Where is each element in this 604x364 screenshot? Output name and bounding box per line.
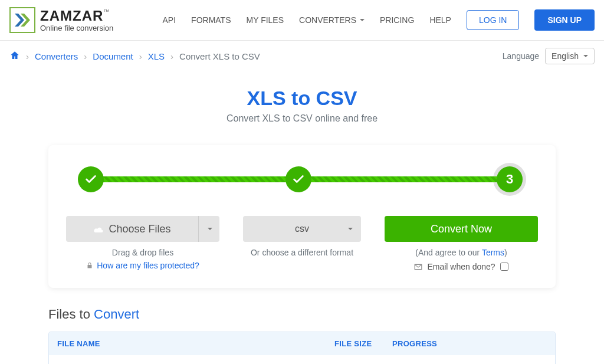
choose-files-dropdown[interactable] — [198, 216, 219, 242]
double-arrow-icon — [14, 11, 31, 29]
step-3-ring: 3 — [493, 163, 526, 196]
breadcrumb-document[interactable]: Document — [93, 51, 133, 61]
check-icon — [292, 173, 305, 186]
header-filesize: FILE SIZE — [334, 339, 382, 348]
site-header: ZAMZAR™ Online file conversion API FORMA… — [0, 0, 604, 41]
envelope-icon — [414, 264, 422, 270]
format-dropdown[interactable]: csv — [243, 216, 361, 242]
header-progress: PROGRESS — [382, 339, 529, 348]
nav-formats[interactable]: FORMATS — [191, 15, 231, 25]
logo[interactable]: ZAMZAR™ Online file conversion — [9, 7, 113, 33]
choose-files-button[interactable]: Choose Files — [66, 216, 198, 242]
header-filename: FILE NAME — [57, 339, 334, 348]
chevron-down-icon — [348, 228, 353, 230]
step-indicator: 3 — [66, 163, 538, 196]
breadcrumb-row: › Converters › Document › XLS › Convert … — [0, 41, 604, 69]
nav-api[interactable]: API — [163, 15, 176, 25]
nav-pricing[interactable]: PRICING — [380, 15, 414, 25]
protected-link[interactable]: How are my files protected? — [97, 261, 199, 270]
choose-column: Choose Files Drag & drop files How are m… — [66, 216, 219, 271]
step-3: 3 — [497, 166, 523, 192]
convert-column: Convert Now (And agree to our Terms) Ema… — [385, 216, 538, 271]
email-label: Email when done? — [427, 262, 495, 271]
action-columns: Choose Files Drag & drop files How are m… — [66, 216, 538, 271]
breadcrumb-home[interactable] — [9, 50, 20, 63]
drag-drop-hint: Drag & drop files — [112, 248, 173, 257]
cloud-upload-icon — [93, 225, 104, 233]
signup-button[interactable]: SIGN UP — [534, 9, 595, 31]
format-column: csv Or choose a different format — [237, 216, 367, 271]
files-section: Files to Convert FILE NAME FILE SIZE PRO… — [48, 307, 556, 364]
language-selector: Language English — [503, 48, 595, 64]
nav-help[interactable]: HELP — [429, 15, 451, 25]
protected-hint: How are my files protected? — [86, 261, 199, 270]
email-checkbox[interactable] — [500, 263, 508, 271]
conversion-card: 3 Choose Files Drag & drop files How are… — [48, 145, 556, 288]
step-2 — [285, 166, 311, 192]
files-header-row: FILE NAME FILE SIZE PROGRESS — [49, 332, 555, 355]
chevron-down-icon — [360, 19, 365, 21]
step-1 — [78, 166, 104, 192]
hero: XLS to CSV Convert XLS to CSV online and… — [0, 87, 604, 124]
files-heading: Files to Convert — [48, 307, 556, 322]
breadcrumb-converters[interactable]: Converters — [35, 51, 78, 61]
table-row: student information.xlsx 10.22 KB Pendin… — [49, 355, 555, 364]
format-hint: Or choose a different format — [251, 248, 353, 257]
brand-name: ZAMZAR — [40, 8, 103, 24]
logo-mark — [9, 7, 35, 33]
language-label: Language — [503, 51, 539, 61]
check-icon — [84, 173, 97, 186]
lock-icon — [86, 262, 93, 269]
chevron-down-icon — [583, 55, 588, 57]
page-title: XLS to CSV — [0, 87, 604, 110]
terms-text: (And agree to our Terms) — [415, 248, 507, 257]
nav-myfiles[interactable]: MY FILES — [247, 15, 284, 25]
email-when-done: Email when done? — [414, 262, 508, 271]
language-dropdown[interactable]: English — [545, 48, 595, 64]
page-subtitle: Convert XLS to CSV online and free — [0, 113, 604, 124]
chevron-down-icon — [208, 228, 212, 230]
brand-text: ZAMZAR™ Online file conversion — [40, 9, 113, 32]
terms-link[interactable]: Terms — [482, 248, 504, 257]
breadcrumb-current: Convert XLS to CSV — [179, 51, 260, 61]
brand-tagline: Online file conversion — [40, 24, 113, 32]
breadcrumb-xls[interactable]: XLS — [148, 51, 165, 61]
nav-converters[interactable]: CONVERTERS — [299, 15, 365, 25]
primary-nav: API FORMATS MY FILES CONVERTERS PRICING … — [163, 9, 595, 31]
convert-now-button[interactable]: Convert Now — [385, 216, 538, 242]
breadcrumb: › Converters › Document › XLS › Convert … — [9, 50, 260, 63]
choose-files-group: Choose Files — [66, 216, 219, 242]
home-icon — [9, 50, 20, 61]
files-table: FILE NAME FILE SIZE PROGRESS student inf… — [48, 332, 556, 364]
login-button[interactable]: LOG IN — [467, 10, 519, 30]
